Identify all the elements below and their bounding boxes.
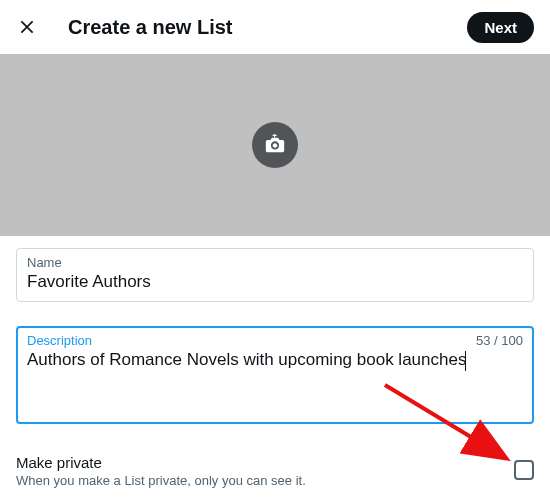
make-private-row: Make private When you make a List privat… <box>0 448 550 488</box>
name-label: Name <box>27 255 62 270</box>
description-label: Description <box>27 333 92 348</box>
close-button[interactable] <box>10 10 44 44</box>
add-banner-photo-button[interactable] <box>252 122 298 168</box>
description-count: 53 / 100 <box>476 333 523 348</box>
description-field[interactable]: Description 53 / 100 Authors of Romance … <box>16 326 534 424</box>
form-area: Name Description 53 / 100 Authors of Rom… <box>0 236 550 424</box>
modal-header: Create a new List Next <box>0 0 550 54</box>
description-input[interactable]: Authors of Romance Novels with upcoming … <box>27 349 523 415</box>
name-field[interactable]: Name <box>16 248 534 302</box>
make-private-subtitle: When you make a List private, only you c… <box>16 473 514 488</box>
make-private-checkbox[interactable] <box>514 460 534 480</box>
next-button[interactable]: Next <box>467 12 534 43</box>
name-input[interactable] <box>27 271 523 293</box>
modal-title: Create a new List <box>68 16 443 39</box>
close-icon <box>17 17 37 37</box>
banner-area <box>0 54 550 236</box>
text-cursor <box>465 351 466 371</box>
camera-icon <box>264 134 286 156</box>
make-private-title: Make private <box>16 454 514 471</box>
